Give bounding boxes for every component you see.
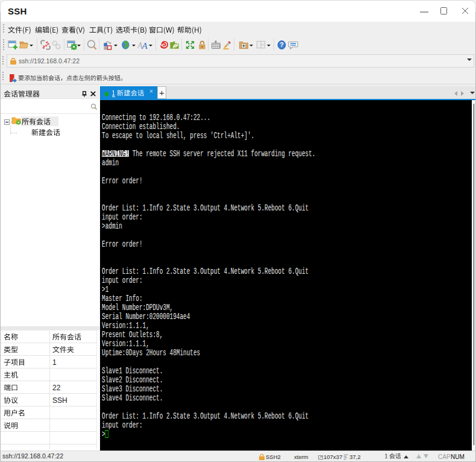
svg-text:A: A <box>142 41 148 50</box>
svg-text:?: ? <box>280 41 284 48</box>
